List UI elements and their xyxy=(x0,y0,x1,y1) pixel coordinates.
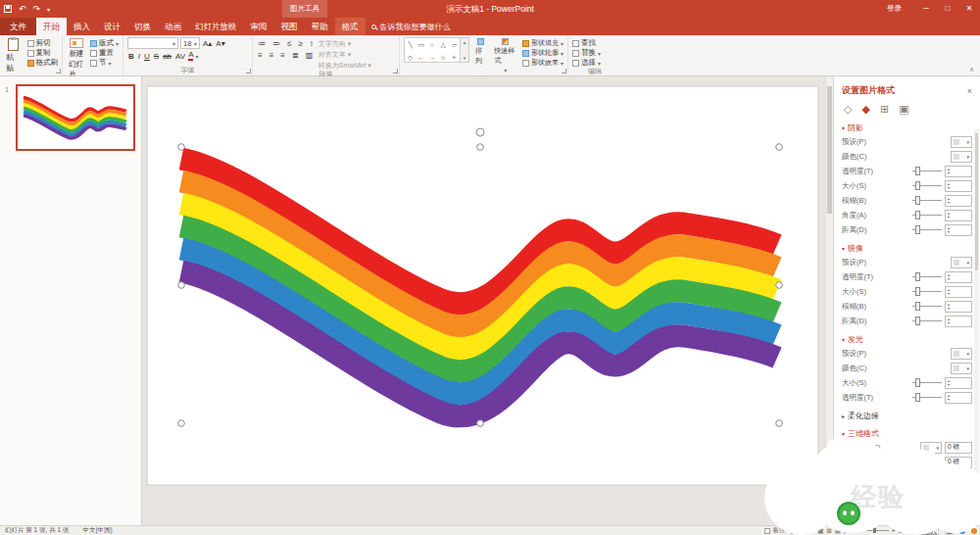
color-picker-button[interactable]: ▾ xyxy=(951,151,972,163)
preset-dropdown[interactable]: ▾ xyxy=(951,136,972,148)
pane-tab-fill-line-icon[interactable]: ◇ xyxy=(844,103,852,116)
columns-icon[interactable]: ▥ xyxy=(305,51,315,60)
selection-handle-bottom-center[interactable] xyxy=(477,420,484,427)
selection-handle-top-center[interactable] xyxy=(477,144,484,151)
ribbon-tab-6[interactable]: 幻灯片放映 xyxy=(188,18,244,35)
slider-knob[interactable] xyxy=(915,287,920,296)
slider-track[interactable] xyxy=(912,320,942,321)
replace-button[interactable]: 替换▾ xyxy=(572,49,601,57)
ribbon-tab-0[interactable]: 文件 xyxy=(0,18,36,35)
spinner[interactable]: ▴▾ xyxy=(948,317,950,325)
shape-star-icon[interactable]: ☆ xyxy=(438,51,449,64)
tray-icon[interactable] xyxy=(971,528,977,534)
slide-sorter-view-icon[interactable]: ⊞ xyxy=(826,527,831,535)
value-input[interactable]: ▴▾ xyxy=(945,271,972,283)
sign-in-button[interactable]: 登录 xyxy=(887,4,902,14)
shape-arrow-left-icon[interactable]: ← xyxy=(416,51,426,64)
spin-down-icon[interactable]: ▾ xyxy=(948,216,950,219)
bullets-icon[interactable]: ≔ xyxy=(257,39,267,48)
fit-to-window-icon[interactable]: ⊡ xyxy=(899,527,904,535)
justify-icon[interactable]: ≣ xyxy=(291,51,300,60)
font-name-select[interactable]: ▾ xyxy=(127,37,178,49)
collapse-ribbon-icon[interactable]: ∧ xyxy=(969,66,974,73)
value-input[interactable]: ▴▾ xyxy=(945,166,972,177)
shape-rectangle-icon[interactable]: ▭ xyxy=(416,38,426,51)
decrease-font-icon[interactable]: A▾ xyxy=(215,39,225,48)
fp-section-header[interactable]: ▾三维格式 xyxy=(842,427,972,440)
scrollbar-thumb[interactable] xyxy=(975,133,978,270)
slider-knob[interactable] xyxy=(915,167,920,175)
spinner[interactable]: ▴▾ xyxy=(948,168,950,175)
shape-triangle-icon[interactable]: △ xyxy=(438,38,449,51)
slider-knob[interactable] xyxy=(915,196,920,205)
zoom-in-icon[interactable]: + xyxy=(892,527,896,534)
format-painter-button[interactable]: 格式刷 xyxy=(27,59,59,67)
tell-me-box[interactable]: 告诉我你想要做什么 xyxy=(366,18,457,35)
slider-knob[interactable] xyxy=(915,272,920,281)
text-shadow-button[interactable]: ab xyxy=(162,52,172,61)
selection-handle-top-left[interactable] xyxy=(178,144,185,151)
ribbon-tab-10[interactable]: 格式 xyxy=(335,18,366,35)
slider-track[interactable] xyxy=(912,229,942,230)
spin-down-icon[interactable]: ▾ xyxy=(948,230,950,234)
color-picker-button[interactable]: ▾ xyxy=(951,363,972,374)
slider-track[interactable] xyxy=(912,291,942,292)
slider-knob[interactable] xyxy=(915,378,920,387)
shape-parallelogram-icon[interactable]: ▱ xyxy=(449,38,460,51)
value-input[interactable]: ▴▾ xyxy=(945,195,972,207)
ime-indicator[interactable]: 五 xyxy=(945,526,954,535)
reset-button[interactable]: 重置 xyxy=(90,49,119,57)
zoom-slider[interactable] xyxy=(861,530,889,531)
shape-plus-icon[interactable]: + xyxy=(449,51,460,64)
minimize-button[interactable]: ─ xyxy=(915,0,937,18)
spinner[interactable]: ▴▾ xyxy=(948,226,950,234)
shape-line-icon[interactable]: ╲ xyxy=(405,38,416,51)
scrollbar-thumb[interactable] xyxy=(827,86,832,214)
rotation-handle[interactable] xyxy=(476,128,484,136)
spin-down-icon[interactable]: ▾ xyxy=(948,383,950,387)
paragraph-dialog-launcher-icon[interactable] xyxy=(393,69,398,73)
character-spacing-button[interactable]: AV xyxy=(174,52,186,61)
value-input[interactable]: ▴▾ xyxy=(945,316,972,327)
ribbon-tab-1[interactable]: 开始 xyxy=(36,18,67,35)
spinner[interactable]: ▴▾ xyxy=(948,212,950,219)
align-text-button[interactable]: 对齐文本 ▾ xyxy=(318,50,371,59)
spin-down-icon[interactable]: ▾ xyxy=(948,398,950,402)
slider-knob[interactable] xyxy=(915,211,920,219)
align-right-icon[interactable]: ≡ xyxy=(279,51,286,60)
shape-ellipse-icon[interactable]: ○ xyxy=(426,38,437,51)
shape-effects-button[interactable]: 形状效果▾ xyxy=(522,59,564,67)
spin-down-icon[interactable]: ▾ xyxy=(948,292,950,296)
ribbon-tab-5[interactable]: 动画 xyxy=(158,18,188,35)
scroll-up-icon[interactable]: ▴ xyxy=(464,39,466,45)
pane-tab-size-properties-icon[interactable]: ⊞ xyxy=(880,103,889,116)
tray-icon[interactable] xyxy=(959,528,965,534)
ribbon-tab-3[interactable]: 设计 xyxy=(97,18,127,35)
increase-font-icon[interactable]: A▴ xyxy=(202,39,213,48)
bevel-width-input[interactable]: 0 磅 xyxy=(945,442,972,454)
spin-down-icon[interactable]: ▾ xyxy=(948,277,950,281)
convert-smartart-button[interactable]: 转换为SmartArt ▾ xyxy=(318,61,371,70)
fp-section-header[interactable]: ▾映像 xyxy=(842,242,972,255)
close-pane-icon[interactable]: × xyxy=(967,86,972,96)
arrange-button[interactable]: 排列 xyxy=(473,37,488,67)
pane-tab-picture-icon[interactable]: ▣ xyxy=(899,103,908,116)
ribbon-tab-8[interactable]: 视图 xyxy=(274,18,305,35)
spinner[interactable]: ▴▾ xyxy=(948,273,950,281)
notes-button[interactable]: 备注 xyxy=(764,526,785,535)
value-input[interactable]: ▴▾ xyxy=(945,210,972,221)
spin-down-icon[interactable]: ▾ xyxy=(948,186,950,190)
ribbon-tab-9[interactable]: 帮助 xyxy=(305,18,335,35)
select-button[interactable]: 选择▾ xyxy=(572,59,601,67)
align-center-icon[interactable]: ≡ xyxy=(269,51,275,60)
preset-dropdown[interactable]: ▾ xyxy=(951,257,972,268)
preset-dropdown[interactable]: ▾ xyxy=(951,348,972,360)
shape-diamond-icon[interactable]: ◇ xyxy=(405,51,416,64)
zoom-control[interactable]: − + ⊡ xyxy=(855,527,904,535)
slider-knob[interactable] xyxy=(915,181,920,190)
new-slide-button[interactable]: 新建 幻灯片 xyxy=(67,37,86,80)
shape-outline-button[interactable]: 形状轮廓▾ xyxy=(522,49,564,57)
section-button[interactable]: 节▾ xyxy=(90,59,119,67)
value-input[interactable]: ▴▾ xyxy=(945,392,972,404)
slide-thumbnail[interactable] xyxy=(16,84,135,151)
